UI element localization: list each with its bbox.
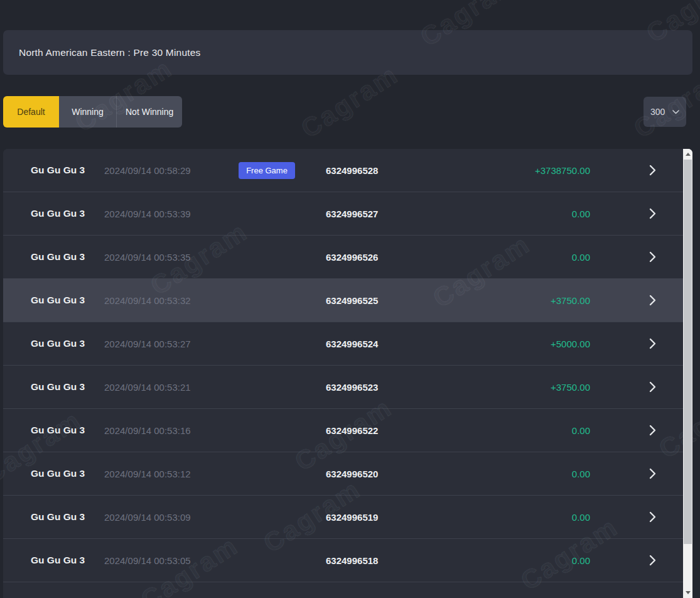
win-amount: +5000.00 bbox=[401, 339, 590, 349]
chevron-right-icon[interactable] bbox=[590, 338, 683, 349]
game-datetime: 2024/09/14 00:53:12 bbox=[104, 469, 208, 479]
win-amount: 0.00 bbox=[401, 469, 590, 479]
win-amount: +3738750.00 bbox=[401, 165, 590, 176]
game-id: 6324996527 bbox=[326, 209, 401, 219]
game-id: 6324996518 bbox=[326, 555, 401, 566]
chevron-right-icon[interactable] bbox=[590, 251, 683, 263]
chevron-down-icon bbox=[672, 110, 679, 114]
win-amount: +3750.00 bbox=[401, 295, 590, 306]
page-title: North American Eastern : Pre 30 Minutes bbox=[19, 47, 201, 58]
free-game-badge: Free Game bbox=[239, 162, 295, 179]
table-row[interactable]: Gu Gu Gu 3 2024/09/14 00:53:05 632499651… bbox=[3, 539, 683, 582]
game-datetime: 2024/09/14 00:53:39 bbox=[104, 209, 208, 219]
tab-not-winning-label: Not Winning bbox=[126, 107, 173, 117]
win-amount: 0.00 bbox=[401, 209, 590, 219]
tab-winning-label: Winning bbox=[72, 107, 104, 117]
table-row[interactable]: Gu Gu Gu 3 2024/09/14 00:53:09 632499651… bbox=[3, 496, 683, 539]
table-row[interactable]: Gu Gu Gu 3 2024/09/14 00:53:32 632499652… bbox=[3, 279, 683, 322]
chevron-right-icon[interactable] bbox=[590, 295, 683, 306]
game-id: 6324996526 bbox=[326, 252, 401, 263]
page-size-value: 300 bbox=[650, 107, 665, 117]
game-name: Gu Gu Gu 3 bbox=[3, 295, 104, 306]
results-rows: Gu Gu Gu 3 2024/09/14 00:58:29 Free Game… bbox=[3, 149, 683, 582]
triangle-down-icon bbox=[686, 591, 691, 594]
game-datetime: 2024/09/14 00:53:27 bbox=[104, 339, 208, 349]
win-amount: 0.00 bbox=[401, 555, 590, 566]
game-id: 6324996519 bbox=[326, 512, 401, 523]
page-header: North American Eastern : Pre 30 Minutes bbox=[3, 30, 692, 75]
chevron-right-icon[interactable] bbox=[590, 165, 683, 176]
game-datetime: 2024/09/14 00:53:16 bbox=[104, 425, 208, 436]
scroll-down-button[interactable] bbox=[683, 587, 692, 598]
game-name: Gu Gu Gu 3 bbox=[3, 555, 104, 566]
game-id: 6324996522 bbox=[326, 425, 401, 436]
win-amount: 0.00 bbox=[401, 252, 590, 263]
game-name: Gu Gu Gu 3 bbox=[3, 468, 104, 479]
win-amount: 0.00 bbox=[401, 425, 590, 436]
table-row[interactable]: Gu Gu Gu 3 2024/09/14 00:53:27 632499652… bbox=[3, 322, 683, 366]
chevron-right-icon[interactable] bbox=[590, 555, 683, 566]
vertical-scrollbar[interactable] bbox=[683, 149, 692, 598]
table-row[interactable]: Gu Gu Gu 3 2024/09/14 00:53:35 632499652… bbox=[3, 236, 683, 279]
tab-default[interactable]: Default bbox=[3, 96, 59, 128]
game-datetime: 2024/09/14 00:53:21 bbox=[104, 382, 208, 393]
results-table: Gu Gu Gu 3 2024/09/14 00:58:29 Free Game… bbox=[3, 149, 692, 598]
game-id: 6324996525 bbox=[326, 295, 401, 306]
game-name: Gu Gu Gu 3 bbox=[3, 208, 104, 219]
tab-winning[interactable]: Winning bbox=[59, 96, 116, 128]
game-datetime: 2024/09/14 00:53:35 bbox=[104, 252, 208, 263]
game-name: Gu Gu Gu 3 bbox=[3, 338, 104, 349]
game-id: 6324996528 bbox=[326, 165, 401, 176]
game-name: Gu Gu Gu 3 bbox=[3, 251, 104, 263]
game-id: 6324996520 bbox=[326, 469, 401, 479]
game-name: Gu Gu Gu 3 bbox=[3, 381, 104, 393]
chevron-right-icon[interactable] bbox=[590, 511, 683, 523]
page-size-dropdown[interactable]: 300 bbox=[643, 97, 686, 127]
tab-not-winning[interactable]: Not Winning bbox=[116, 96, 182, 128]
table-row[interactable]: Gu Gu Gu 3 2024/09/14 00:53:21 632499652… bbox=[3, 366, 683, 409]
table-row[interactable]: Gu Gu Gu 3 2024/09/14 00:53:16 632499652… bbox=[3, 409, 683, 452]
scrollbar-thumb[interactable] bbox=[684, 160, 692, 544]
filter-tab-group: Default Winning Not Winning bbox=[3, 96, 182, 128]
game-datetime: 2024/09/14 00:53:05 bbox=[104, 555, 208, 566]
tab-default-label: Default bbox=[17, 107, 45, 117]
game-name: Gu Gu Gu 3 bbox=[3, 165, 104, 176]
table-row[interactable]: Gu Gu Gu 3 2024/09/14 00:53:12 632499652… bbox=[3, 452, 683, 496]
game-id: 6324996523 bbox=[326, 382, 401, 393]
game-id: 6324996524 bbox=[326, 339, 401, 349]
win-amount: +3750.00 bbox=[401, 382, 590, 393]
chevron-right-icon[interactable] bbox=[590, 425, 683, 436]
scroll-up-button[interactable] bbox=[683, 149, 692, 160]
chevron-right-icon[interactable] bbox=[590, 468, 683, 479]
chevron-right-icon[interactable] bbox=[590, 208, 683, 219]
win-amount: 0.00 bbox=[401, 512, 590, 523]
table-row[interactable]: Gu Gu Gu 3 2024/09/14 00:58:29 Free Game… bbox=[3, 149, 683, 192]
game-datetime: 2024/09/14 00:53:09 bbox=[104, 512, 208, 523]
triangle-up-icon bbox=[686, 153, 691, 156]
table-row[interactable]: Gu Gu Gu 3 2024/09/14 00:53:39 632499652… bbox=[3, 192, 683, 236]
chevron-right-icon[interactable] bbox=[590, 381, 683, 393]
badge-cell: Free Game bbox=[208, 162, 326, 179]
game-datetime: 2024/09/14 00:58:29 bbox=[104, 165, 208, 176]
game-name: Gu Gu Gu 3 bbox=[3, 511, 104, 523]
game-datetime: 2024/09/14 00:53:32 bbox=[104, 295, 208, 306]
game-name: Gu Gu Gu 3 bbox=[3, 425, 104, 436]
